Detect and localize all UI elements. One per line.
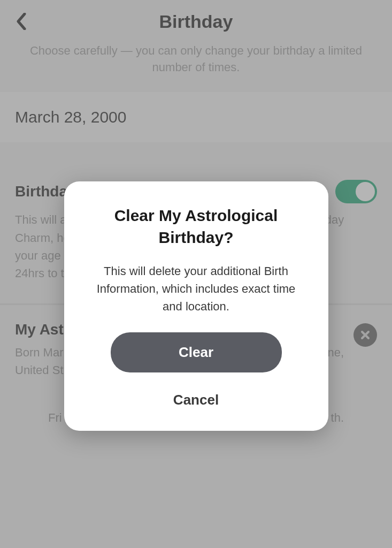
cancel-button[interactable]: Cancel xyxy=(83,384,309,412)
dialog-body: This will delete your additional Birth I… xyxy=(83,262,309,315)
dialog-title: Clear My Astrological Birthday? xyxy=(83,205,309,248)
clear-button[interactable]: Clear xyxy=(111,332,282,372)
clear-astro-dialog: Clear My Astrological Birthday? This wil… xyxy=(64,181,328,431)
modal-overlay[interactable]: Clear My Astrological Birthday? This wil… xyxy=(0,0,392,548)
